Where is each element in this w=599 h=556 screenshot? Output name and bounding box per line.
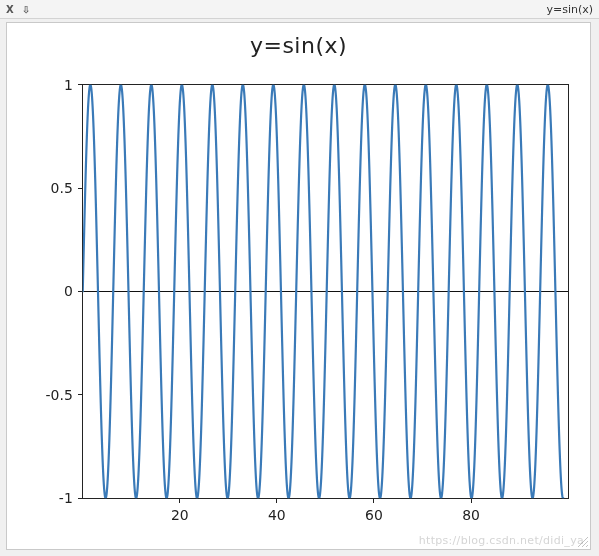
x-tick-label: 80 (462, 507, 480, 523)
app-window: X ⇩ y=sin(x) y=sin(x) 20406080-1-0.500.5… (0, 0, 599, 556)
window-controls: X ⇩ (0, 4, 30, 15)
x-tick-label: 40 (268, 507, 286, 523)
y-tick-label: -0.5 (46, 387, 73, 403)
close-icon[interactable]: X (6, 4, 14, 15)
y-tick-label: 1 (64, 77, 73, 93)
chart-svg: 20406080-1-0.500.51 (7, 23, 590, 549)
y-tick-label: 0 (64, 283, 73, 299)
y-tick-label: 0.5 (51, 180, 73, 196)
pin-icon[interactable]: ⇩ (22, 4, 30, 15)
window-title: y=sin(x) (546, 3, 599, 16)
resize-grip-icon[interactable] (576, 535, 588, 547)
svg-line-14 (586, 545, 588, 547)
titlebar: X ⇩ y=sin(x) (0, 0, 599, 19)
y-tick-label: -1 (59, 490, 73, 506)
x-tick-label: 60 (365, 507, 383, 523)
x-tick-label: 20 (171, 507, 189, 523)
figure-canvas: y=sin(x) 20406080-1-0.500.51 https://blo… (6, 22, 591, 550)
